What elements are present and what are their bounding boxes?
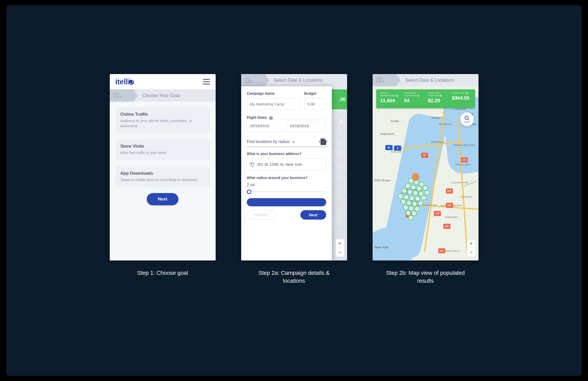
goal-title: App Downloads bbox=[120, 171, 205, 176]
campaign-name-input[interactable] bbox=[247, 98, 300, 110]
column-step2b: STEP 2 of 4 Select Date & Locations Yonk… bbox=[373, 74, 479, 285]
result-marker[interactable] bbox=[406, 210, 411, 216]
presentation-frame: itelli STEP 1 of 4 Choose Your Goal Onli… bbox=[6, 5, 582, 376]
radius-slider[interactable] bbox=[247, 189, 326, 194]
search-icon bbox=[464, 115, 470, 121]
step-bar: STEP 1 of 4 Choose Your Goal bbox=[110, 89, 216, 102]
phone-step1: itelli STEP 1 of 4 Choose Your Goal Onli… bbox=[110, 74, 216, 260]
chevron-down-icon: ▼ bbox=[292, 140, 295, 144]
result-marker[interactable] bbox=[404, 195, 409, 200]
stats-bar: MOBILE IMPRESSIONSi 11,664 TARGETED LOCA… bbox=[376, 89, 475, 108]
address-value: 301 W 125th St, New York, bbox=[257, 162, 303, 166]
csv-upload-icon[interactable]: CSV bbox=[321, 138, 326, 145]
primary-action-bar[interactable] bbox=[247, 198, 326, 206]
step-progress: 1 of 4 bbox=[113, 95, 133, 99]
goal-store-visits[interactable]: Store Visits More foot traffic to your s… bbox=[115, 139, 210, 160]
stat-locations: TARGETED LOCATIONSi 54 bbox=[401, 92, 425, 106]
stat-label: MOBILE IMPRESSIONS bbox=[380, 92, 395, 97]
result-marker[interactable] bbox=[421, 195, 426, 200]
result-marker[interactable] bbox=[409, 196, 414, 201]
address-input[interactable]: 301 W 125th St, New York, bbox=[247, 158, 326, 170]
close-icon[interactable]: × bbox=[339, 117, 344, 126]
goal-desc: More foot traffic to your store. bbox=[120, 150, 205, 156]
zoom-out-button[interactable]: − bbox=[467, 248, 476, 257]
zoom-out-button[interactable]: − bbox=[336, 248, 344, 257]
brand-text: itelli bbox=[115, 77, 130, 86]
globe-icon bbox=[129, 80, 134, 85]
menu-icon[interactable] bbox=[203, 79, 210, 85]
map-label-throgsneck: THROGS NECK bbox=[454, 163, 471, 166]
step-progress: 2 of 4 bbox=[376, 79, 396, 83]
step-title: Choose Your Goal bbox=[142, 93, 180, 98]
info-icon[interactable]: i bbox=[396, 94, 398, 97]
result-marker[interactable] bbox=[403, 205, 408, 210]
caption-step2b: Step 2b: Map view of populated results bbox=[379, 269, 471, 285]
step-bar: STEP 2 of 4 Select Date & Locations bbox=[241, 74, 347, 86]
zoom-in-button[interactable]: + bbox=[336, 239, 344, 248]
address-question: What is your business address? bbox=[247, 152, 326, 156]
result-marker[interactable] bbox=[415, 196, 420, 201]
radius-question: What radius around your business? bbox=[247, 176, 326, 180]
route-shield-278: 278 bbox=[461, 157, 468, 162]
zoom-in-button[interactable]: + bbox=[467, 239, 476, 248]
map-view[interactable]: Yonkers Bronx Mt Vernon New Roc Scarsdal… bbox=[373, 86, 479, 260]
phone-step2b: STEP 2 of 4 Select Date & Locations Yonk… bbox=[373, 74, 479, 260]
route-shield-495: 495 bbox=[443, 224, 450, 229]
map-label-elmhurst: ELMHURST bbox=[445, 216, 458, 219]
result-marker[interactable] bbox=[425, 190, 430, 195]
result-marker[interactable] bbox=[408, 215, 413, 220]
map-label-yonkers: Yonkers bbox=[431, 116, 443, 120]
result-marker[interactable] bbox=[416, 186, 422, 191]
slider-track bbox=[248, 191, 326, 192]
goal-app-downloads[interactable]: App Downloads Target to mobile devices m… bbox=[115, 166, 210, 187]
stat-price: PRICE PER LOCATIONi $2.25 bbox=[425, 92, 449, 106]
result-marker[interactable] bbox=[402, 188, 407, 194]
next-button[interactable]: Next bbox=[147, 193, 179, 205]
info-icon[interactable]: i bbox=[417, 94, 420, 97]
find-locations-dropdown[interactable]: Find locations by radius ▼ CSV bbox=[247, 138, 326, 147]
result-marker[interactable] bbox=[408, 178, 413, 183]
map-label-englewood: Englewood bbox=[380, 132, 394, 135]
map-label-newyork: New York bbox=[375, 245, 389, 249]
result-marker[interactable] bbox=[412, 201, 417, 206]
result-marker[interactable] bbox=[406, 200, 411, 205]
result-marker[interactable] bbox=[423, 185, 428, 190]
info-icon[interactable]: i bbox=[269, 116, 273, 120]
budget-field: Budget bbox=[304, 91, 326, 110]
info-icon[interactable]: i bbox=[439, 94, 442, 97]
result-marker[interactable] bbox=[405, 183, 410, 188]
budget-input[interactable] bbox=[304, 98, 326, 110]
form-footer: Previous Next bbox=[247, 210, 326, 223]
result-marker[interactable] bbox=[414, 180, 419, 185]
step-bar: STEP 2 of 4 Select Date & Locations bbox=[373, 74, 479, 86]
stat-impressions: MOBILE IMPRESSIONSi 11,664 bbox=[378, 92, 402, 106]
route-shield-678: 678 bbox=[446, 203, 453, 208]
previous-button[interactable]: Previous bbox=[247, 210, 275, 220]
search-button[interactable]: Search bbox=[460, 112, 474, 126]
result-marker[interactable] bbox=[398, 194, 403, 199]
field-label: Budget bbox=[304, 91, 326, 96]
result-marker[interactable] bbox=[418, 201, 423, 206]
map-label-tenafly: Tenafly bbox=[390, 120, 399, 123]
dropdown-label: Find locations by radius bbox=[247, 139, 290, 144]
campaign-name-field: Campaign Name bbox=[247, 91, 300, 110]
result-marker[interactable] bbox=[411, 185, 416, 190]
result-marker[interactable] bbox=[413, 190, 418, 196]
step-indicator: STEP 2 of 4 bbox=[241, 74, 265, 86]
slider-thumb[interactable] bbox=[247, 189, 251, 194]
field-label: Campaign Name bbox=[247, 91, 300, 96]
result-marker[interactable] bbox=[407, 189, 412, 195]
map-label-mtvernon: Mt Vernon bbox=[439, 123, 452, 126]
stat-value: $364.50 bbox=[452, 95, 471, 101]
route-shield-95: 95 bbox=[385, 145, 393, 150]
result-marker[interactable] bbox=[414, 206, 420, 211]
result-marker[interactable] bbox=[409, 206, 414, 211]
date-start-input[interactable] bbox=[247, 120, 286, 132]
stat-value: 11,664 bbox=[380, 98, 399, 103]
result-marker[interactable] bbox=[401, 199, 406, 204]
map-label-northbergen: North Bergen bbox=[374, 179, 391, 182]
info-icon[interactable]: i bbox=[466, 92, 468, 94]
next-button[interactable]: Next bbox=[300, 210, 326, 220]
date-end-input[interactable] bbox=[286, 120, 326, 132]
goal-online-traffic[interactable]: Online Traffic Audience to your site for… bbox=[115, 107, 210, 133]
